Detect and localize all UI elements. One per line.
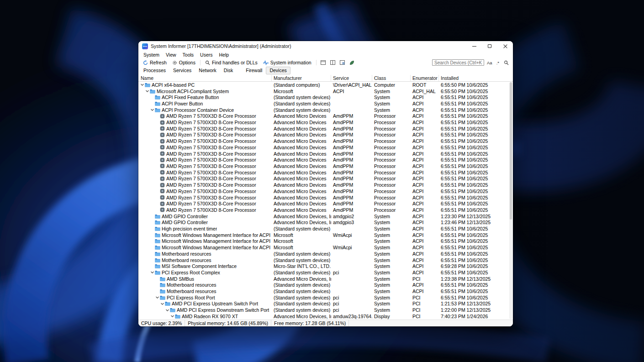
- window-pane-button[interactable]: [319, 60, 327, 65]
- table-row[interactable]: Motherboard resources (Standard system d…: [138, 282, 513, 289]
- search-input[interactable]: [432, 59, 484, 66]
- table-row[interactable]: AMD Ryzen 7 5700X3D 8-Core Processor Adv…: [138, 157, 513, 163]
- refresh-button[interactable]: Refresh: [141, 59, 169, 66]
- table-row[interactable]: AMD Ryzen 7 5700X3D 8-Core Processor Adv…: [138, 194, 513, 201]
- tab-firewall[interactable]: Firewall: [242, 67, 266, 74]
- window-split-button[interactable]: [328, 60, 337, 65]
- chevron-down-icon[interactable]: [150, 270, 155, 274]
- system-information-button[interactable]: System information: [261, 59, 314, 66]
- chevron-down-icon[interactable]: [155, 295, 160, 299]
- table-row[interactable]: AMD SMBus Advanced Micro Devices, Inc Sy…: [138, 276, 513, 282]
- table-row[interactable]: Motherboard resources (Standard system d…: [138, 251, 513, 257]
- maximize-button[interactable]: [482, 41, 497, 51]
- table-row[interactable]: AMD Ryzen 7 5700X3D 8-Core Processor Adv…: [138, 144, 513, 151]
- table-row[interactable]: AMD Ryzen 7 5700X3D 8-Core Processor Adv…: [138, 176, 513, 182]
- table-row[interactable]: AMD GPIO Controller Advanced Micro Devic…: [138, 219, 513, 226]
- table-row[interactable]: AMD GPIO Controller Advanced Micro Devic…: [138, 213, 513, 220]
- table-row[interactable]: Microsoft ACPI-Compliant System Microsof…: [138, 88, 513, 94]
- folder-icon: [175, 314, 180, 319]
- service-cell: AmdPPM: [331, 126, 372, 132]
- table-row[interactable]: AMD Ryzen 7 5700X3D 8-Core Processor Adv…: [138, 169, 513, 176]
- table-row[interactable]: AMD PCI Express Downstream Switch Port (…: [138, 307, 513, 313]
- leaf-button[interactable]: [348, 60, 356, 66]
- tab-network[interactable]: Network: [195, 67, 220, 74]
- name-cell: AMD Ryzen 7 5700X3D 8-Core Processor: [138, 119, 272, 126]
- close-button[interactable]: [497, 41, 513, 51]
- column-header-name[interactable]: Name: [138, 75, 272, 81]
- table-row[interactable]: ACPI Processor Container Device (Standar…: [138, 107, 513, 113]
- chevron-down-icon[interactable]: [170, 314, 175, 318]
- minimize-button[interactable]: [466, 41, 482, 51]
- titlebar[interactable]: System Informer [17THDIMENSION\Administr…: [138, 41, 513, 51]
- tree-indent: [138, 285, 155, 285]
- column-header-enumerator[interactable]: Enumerator: [411, 75, 439, 81]
- column-header-installed[interactable]: Installed: [439, 75, 513, 81]
- table-row[interactable]: AMD PCI Express Upstream Switch Port (St…: [138, 301, 513, 307]
- column-header-service[interactable]: Service: [331, 75, 372, 81]
- tab-processes[interactable]: Processes: [140, 67, 169, 74]
- table-row[interactable]: AMD Ryzen 7 5700X3D 8-Core Processor Adv…: [138, 132, 513, 138]
- table-row[interactable]: Microsoft Windows Management Interface f…: [138, 232, 513, 238]
- table-row[interactable]: AMD Ryzen 7 5700X3D 8-Core Processor Adv…: [138, 119, 513, 126]
- tree-indent: [138, 272, 150, 273]
- enumerator-cell: ACPI: [411, 219, 439, 226]
- manufacturer-cell: Micro-Star INT'L CO., LTD.: [272, 263, 331, 269]
- table-row[interactable]: ACPI Fixed Feature Button (Standard syst…: [138, 94, 513, 100]
- chevron-down-icon[interactable]: [160, 302, 165, 306]
- table-row[interactable]: AMD Ryzen 7 5700X3D 8-Core Processor Adv…: [138, 126, 513, 132]
- table-row[interactable]: Microsoft Windows Management Interface f…: [138, 238, 513, 245]
- enumerator-cell: ACPI: [411, 269, 439, 276]
- table-row[interactable]: MSI Software Component Interface Micro-S…: [138, 263, 513, 269]
- table-row[interactable]: AMD Ryzen 7 5700X3D 8-Core Processor Adv…: [138, 163, 513, 169]
- search-button[interactable]: [502, 60, 511, 66]
- tab-devices[interactable]: Devices: [266, 67, 290, 74]
- table-row[interactable]: PCI Express Root Complex (Standard syste…: [138, 269, 513, 276]
- table-row[interactable]: AMD Ryzen 7 5700X3D 8-Core Processor Adv…: [138, 138, 513, 144]
- class-cell: Processor: [372, 119, 411, 126]
- regex-button[interactable]: .*: [495, 60, 501, 66]
- folder-icon: [155, 101, 160, 106]
- manufacturer-cell: Advanced Micro Devices, Inc.: [272, 219, 331, 226]
- table-row[interactable]: AMD Ryzen 7 5700X3D 8-Core Processor Adv…: [138, 113, 513, 120]
- table-row[interactable]: AMD Ryzen 7 5700X3D 8-Core Processor Adv…: [138, 188, 513, 194]
- table-row[interactable]: High precision event timer (Standard sys…: [138, 226, 513, 232]
- column-header-manufacturer[interactable]: Manufacturer: [272, 75, 331, 81]
- table-row[interactable]: ACPI Power Button (Standard system devic…: [138, 100, 513, 107]
- window-grid-button[interactable]: [338, 60, 347, 65]
- table-row[interactable]: Motherboard resources (Standard system d…: [138, 257, 513, 263]
- toolbar-separator: [316, 60, 317, 65]
- options-button[interactable]: Options: [170, 59, 198, 66]
- search-area: Aa .*: [432, 59, 511, 66]
- table-row[interactable]: Microsoft Windows Management Interface f…: [138, 244, 513, 251]
- scrollbar-thumb[interactable]: [510, 82, 512, 220]
- table-row[interactable]: Motherboard resources (Standard system d…: [138, 288, 513, 294]
- menu-users[interactable]: Users: [197, 52, 216, 58]
- chevron-down-icon[interactable]: [150, 108, 155, 112]
- table-row[interactable]: AMD Ryzen 7 5700X3D 8-Core Processor Adv…: [138, 207, 513, 213]
- enumerator-cell: ACPI: [411, 257, 439, 263]
- name-cell: Microsoft ACPI-Compliant System: [138, 88, 272, 94]
- table-row[interactable]: ACPI x64-based PC (Standard computers) \…: [138, 82, 513, 88]
- menu-system[interactable]: System: [140, 52, 163, 58]
- menu-help[interactable]: Help: [216, 52, 232, 58]
- chevron-down-icon[interactable]: [145, 89, 150, 93]
- enumerator-cell: ACPI: [411, 138, 439, 144]
- device-name: AMD Ryzen 7 5700X3D 8-Core Processor: [166, 182, 256, 188]
- match-case-button[interactable]: Aa: [486, 60, 494, 66]
- table-row[interactable]: AMD Ryzen 7 5700X3D 8-Core Processor Adv…: [138, 151, 513, 157]
- column-header-class[interactable]: Class: [372, 75, 411, 81]
- chevron-down-icon[interactable]: [165, 308, 170, 312]
- table-row[interactable]: PCI Express Root Port (Standard system d…: [138, 294, 513, 301]
- menu-tools[interactable]: Tools: [179, 52, 197, 58]
- name-cell: AMD Ryzen 7 5700X3D 8-Core Processor: [138, 144, 272, 151]
- vertical-scrollbar[interactable]: [509, 82, 512, 319]
- chevron-down-icon[interactable]: [140, 83, 145, 87]
- cpu-icon: [160, 207, 165, 212]
- tab-services[interactable]: Services: [169, 67, 195, 74]
- table-row[interactable]: AMD Radeon RX 9070 XT Advanced Micro Dev…: [138, 313, 513, 320]
- find-handles-button[interactable]: Find handles or DLLs: [203, 59, 260, 66]
- menu-view[interactable]: View: [163, 52, 179, 58]
- tab-disk[interactable]: Disk: [220, 67, 237, 74]
- table-row[interactable]: AMD Ryzen 7 5700X3D 8-Core Processor Adv…: [138, 200, 513, 207]
- table-row[interactable]: AMD Ryzen 7 5700X3D 8-Core Processor Adv…: [138, 182, 513, 188]
